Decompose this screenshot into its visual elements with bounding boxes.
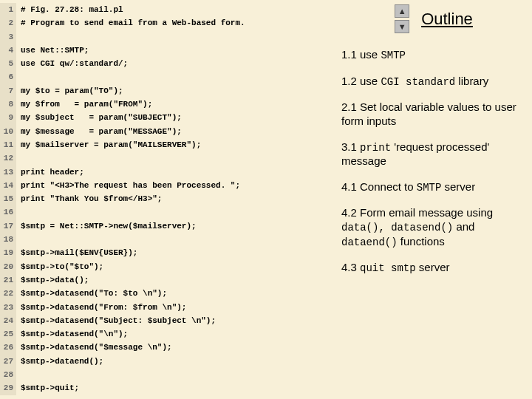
- line-code: $smtp->datasend("To: $to \n");: [16, 287, 167, 300]
- line-code: $smtp->mail($ENV{USER});: [16, 246, 137, 259]
- line-code: my $to = param("TO");: [16, 84, 123, 98]
- line-number: 9: [0, 111, 16, 124]
- line-number: 1: [0, 3, 16, 16]
- code-line: 11my $mailserver = param("MAILSERVER");: [0, 138, 332, 151]
- code-line: 4use Net::SMTP;: [0, 44, 332, 57]
- line-number: 8: [0, 98, 16, 111]
- line-code: print header;: [16, 166, 84, 179]
- outline-item: 4.1 Connect to SMTP server: [341, 180, 526, 195]
- line-number: 4: [0, 44, 16, 57]
- line-code: $smtp->datasend("From: $from \n");: [16, 301, 186, 314]
- code-line: 8my $from = param("FROM");: [0, 98, 332, 111]
- line-number: 21: [0, 273, 16, 287]
- code-line: 18: [0, 233, 332, 246]
- line-code: $smtp->quit;: [16, 381, 79, 395]
- line-number: 2: [0, 16, 16, 30]
- outline-item: 1.1 use SMTP: [341, 48, 526, 63]
- code-line: 5use CGI qw/:standard/;: [0, 57, 332, 70]
- line-code: [16, 151, 21, 165]
- outline-item: 3.1 print 'request processed' message: [341, 140, 526, 168]
- code-line: 15print "Thank You $from</H3>";: [0, 192, 332, 205]
- outline-title: Outline: [421, 10, 473, 29]
- line-code: $smtp->to("$to");: [16, 260, 103, 273]
- line-number: 28: [0, 368, 16, 381]
- line-code: [16, 233, 21, 246]
- code-line: 25$smtp->datasend("\n");: [0, 327, 332, 341]
- line-code: $smtp->datasend("\n");: [16, 327, 128, 341]
- code-panel: 1# Fig. 27.28: mail.pl2# Program to send…: [0, 0, 332, 399]
- line-number: 11: [0, 138, 16, 151]
- code-line: 24$smtp->datasend("Subject: $subject \n"…: [0, 314, 332, 327]
- line-number: 13: [0, 166, 16, 179]
- line-number: 29: [0, 381, 16, 395]
- line-code: my $from = param("FROM");: [16, 98, 152, 111]
- code-line: 6: [0, 70, 332, 83]
- line-number: 20: [0, 260, 16, 273]
- line-code: use CGI qw/:standard/;: [16, 57, 128, 70]
- line-number: 3: [0, 30, 16, 44]
- code-line: 23$smtp->datasend("From: $from \n");: [0, 301, 332, 314]
- line-code: # Fig. 27.28: mail.pl: [16, 3, 123, 16]
- code-line: 1# Fig. 27.28: mail.pl: [0, 3, 332, 16]
- code-line: 13print header;: [0, 166, 332, 179]
- line-number: 18: [0, 233, 16, 246]
- arrow-down-icon[interactable]: ▼: [395, 20, 409, 33]
- code-line: 26$smtp->datasend("$message \n");: [0, 341, 332, 354]
- line-number: 17: [0, 219, 16, 233]
- line-number: 22: [0, 287, 16, 300]
- code-line: 14print "<H3>The request has been Proces…: [0, 179, 332, 192]
- line-number: 27: [0, 355, 16, 368]
- line-number: 23: [0, 301, 16, 314]
- code-line: 28: [0, 368, 332, 381]
- line-code: [16, 30, 21, 44]
- outline-item: 4.2 Form email message using data(), dat…: [341, 206, 526, 249]
- line-code: $smtp->datasend("Subject: $subject \n");: [16, 314, 216, 327]
- line-number: 19: [0, 246, 16, 259]
- code-line: 20$smtp->to("$to");: [0, 260, 332, 273]
- line-number: 26: [0, 341, 16, 354]
- line-code: [16, 205, 21, 219]
- line-code: # Program to send email from a Web-based…: [16, 16, 245, 30]
- line-code: $smtp->datasend("$message \n");: [16, 341, 172, 354]
- line-code: print "Thank You $from</H3>";: [16, 192, 162, 205]
- line-number: 24: [0, 314, 16, 327]
- line-number: 7: [0, 84, 16, 98]
- code-line: 10my $message = param("MESSAGE");: [0, 125, 332, 138]
- code-line: 22$smtp->datasend("To: $to \n");: [0, 287, 332, 300]
- code-line: 17$smtp = Net::SMTP->new($mailserver);: [0, 219, 332, 233]
- line-code: my $mailserver = param("MAILSERVER");: [16, 138, 201, 151]
- code-line: 29$smtp->quit;: [0, 381, 332, 395]
- line-code: $smtp->dataend();: [16, 355, 103, 368]
- line-code: $smtp->data();: [16, 273, 89, 287]
- outline-item: 1.2 use CGI standard library: [341, 75, 526, 89]
- line-number: 12: [0, 151, 16, 165]
- line-code: [16, 70, 21, 83]
- line-number: 14: [0, 179, 16, 192]
- outline-panel: ▲ ▼ Outline 1.1 use SMTP1.2 use CGI stan…: [332, 0, 532, 399]
- line-number: 15: [0, 192, 16, 205]
- nav-arrows: ▲ ▼: [395, 4, 409, 33]
- line-code: my $message = param("MESSAGE");: [16, 125, 182, 138]
- code-line: 7my $to = param("TO");: [0, 84, 332, 98]
- line-number: 25: [0, 327, 16, 341]
- line-code: [16, 368, 21, 381]
- code-line: 3: [0, 30, 332, 44]
- line-code: my $subject = param("SUBJECT");: [16, 111, 182, 124]
- line-code: print "<H3>The request has been Processe…: [16, 179, 240, 192]
- code-line: 12: [0, 151, 332, 165]
- code-line: 16: [0, 205, 332, 219]
- code-line: 19$smtp->mail($ENV{USER});: [0, 246, 332, 259]
- line-number: 10: [0, 125, 16, 138]
- code-line: 21$smtp->data();: [0, 273, 332, 287]
- line-code: use Net::SMTP;: [16, 44, 89, 57]
- line-number: 6: [0, 70, 16, 83]
- line-number: 5: [0, 57, 16, 70]
- code-line: 9my $subject = param("SUBJECT");: [0, 111, 332, 124]
- code-line: 2# Program to send email from a Web-base…: [0, 16, 332, 30]
- arrow-up-icon[interactable]: ▲: [395, 4, 409, 18]
- outline-header: ▲ ▼ Outline: [341, 4, 526, 33]
- outline-item: 2.1 Set local variable values to user fo…: [341, 100, 526, 129]
- code-line: 27$smtp->dataend();: [0, 355, 332, 368]
- line-code: $smtp = Net::SMTP->new($mailserver);: [16, 219, 197, 233]
- line-number: 16: [0, 205, 16, 219]
